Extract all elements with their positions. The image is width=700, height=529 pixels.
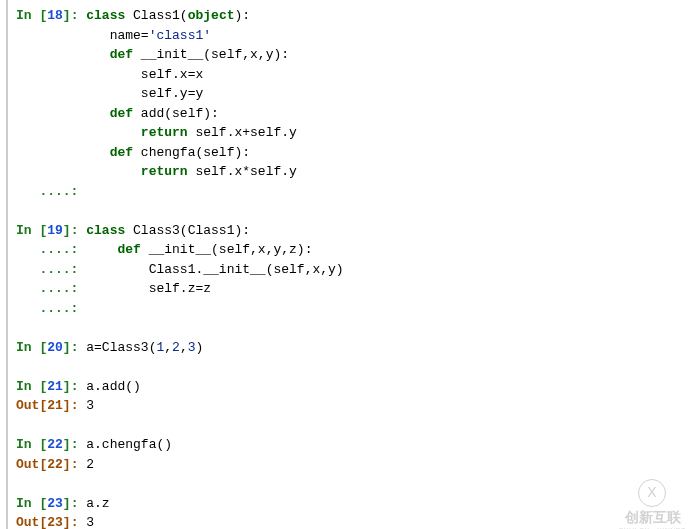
out-prompt: Out[ bbox=[16, 457, 47, 472]
indent bbox=[16, 106, 86, 121]
out-prompt-close: ]: bbox=[63, 398, 86, 413]
code-line: In [22]: a.chengfa() bbox=[16, 435, 700, 455]
code-line: def __init__(self,x,y): bbox=[16, 45, 700, 65]
code-line: return self.x*self.y bbox=[16, 162, 700, 182]
code-line: ....: Class1.__init__(self,x,y) bbox=[16, 260, 700, 280]
in-prompt: In [ bbox=[16, 437, 47, 452]
code-token: class bbox=[86, 223, 125, 238]
in-prompt-close: ]: bbox=[63, 340, 86, 355]
code-token: Class3(Class1): bbox=[125, 223, 250, 238]
in-number: 19 bbox=[47, 223, 63, 238]
in-prompt-close: ]: bbox=[63, 496, 86, 511]
indent bbox=[86, 125, 141, 140]
indent bbox=[86, 106, 109, 121]
code-token: self.z=z bbox=[149, 281, 211, 296]
code-line: ....: bbox=[16, 299, 700, 319]
code-token: add(self): bbox=[133, 106, 219, 121]
indent bbox=[16, 47, 86, 62]
in-prompt-close: ]: bbox=[63, 437, 86, 452]
code-token: return bbox=[141, 125, 188, 140]
indent bbox=[16, 125, 86, 140]
out-prompt-close: ]: bbox=[63, 515, 86, 529]
code-line bbox=[16, 416, 700, 436]
code-token: ): bbox=[234, 8, 250, 23]
blank bbox=[16, 203, 24, 218]
code-line: In [21]: a.add() bbox=[16, 377, 700, 397]
code-token: Class1( bbox=[125, 8, 187, 23]
in-number: 18 bbox=[47, 8, 63, 23]
code-line: ....: bbox=[16, 182, 700, 202]
code-line: In [20]: a=Class3(1,2,3) bbox=[16, 338, 700, 358]
in-prompt-close: ]: bbox=[63, 223, 86, 238]
continuation-prompt: ....: bbox=[16, 301, 86, 316]
code-line: def chengfa(self): bbox=[16, 143, 700, 163]
in-prompt: In [ bbox=[16, 223, 47, 238]
code-line: def add(self): bbox=[16, 104, 700, 124]
in-number: 23 bbox=[47, 496, 63, 511]
code-token: name= bbox=[110, 28, 149, 43]
in-prompt: In [ bbox=[16, 8, 47, 23]
out-prompt: Out[ bbox=[16, 398, 47, 413]
out-value: 3 bbox=[86, 515, 94, 529]
code-token: Class1.__init__(self,x,y) bbox=[149, 262, 344, 277]
code-token: def bbox=[110, 47, 133, 62]
blank bbox=[16, 418, 24, 433]
indent bbox=[16, 28, 86, 43]
code-token: class bbox=[86, 8, 125, 23]
continuation-prompt: ....: bbox=[16, 242, 86, 257]
code-line bbox=[16, 318, 700, 338]
code-token: object bbox=[188, 8, 235, 23]
code-token: 3 bbox=[188, 340, 196, 355]
continuation-prompt: ....: bbox=[16, 262, 86, 277]
code-token: , bbox=[180, 340, 188, 355]
in-prompt: In [ bbox=[16, 340, 47, 355]
indent bbox=[16, 67, 86, 82]
blank bbox=[16, 320, 24, 335]
out-value: 3 bbox=[86, 398, 94, 413]
indent bbox=[86, 164, 141, 179]
code-line: self.y=y bbox=[16, 84, 700, 104]
in-prompt: In [ bbox=[16, 379, 47, 394]
code-line: return self.x+self.y bbox=[16, 123, 700, 143]
in-number: 22 bbox=[47, 437, 63, 452]
out-value: 2 bbox=[86, 457, 94, 472]
code-line: In [19]: class Class3(Class1): bbox=[16, 221, 700, 241]
in-number: 20 bbox=[47, 340, 63, 355]
indent bbox=[86, 281, 148, 296]
code-token: def bbox=[110, 106, 133, 121]
in-number: 21 bbox=[47, 379, 63, 394]
indent bbox=[16, 145, 86, 160]
code-line: Out[22]: 2 bbox=[16, 455, 700, 475]
code-line: self.x=x bbox=[16, 65, 700, 85]
ipython-session: In [18]: class Class1(object): name='cla… bbox=[6, 0, 700, 529]
code-token: a.chengfa() bbox=[86, 437, 172, 452]
code-token: return bbox=[141, 164, 188, 179]
code-token: chengfa(self): bbox=[133, 145, 250, 160]
code-token: def bbox=[110, 145, 133, 160]
code-token: __init__(self,x,y,z): bbox=[141, 242, 313, 257]
code-token: ) bbox=[196, 340, 204, 355]
code-token: self.y=y bbox=[141, 86, 203, 101]
in-prompt-close: ]: bbox=[63, 8, 86, 23]
code-token: a=Class3( bbox=[86, 340, 156, 355]
indent bbox=[86, 28, 109, 43]
out-prompt: Out[ bbox=[16, 515, 47, 529]
code-line bbox=[16, 357, 700, 377]
in-prompt-close: ]: bbox=[63, 379, 86, 394]
code-line bbox=[16, 474, 700, 494]
in-prompt: In [ bbox=[16, 496, 47, 511]
out-number: 23 bbox=[47, 515, 63, 529]
code-line: ....: def __init__(self,x,y,z): bbox=[16, 240, 700, 260]
continuation-prompt: ....: bbox=[16, 184, 86, 199]
indent bbox=[86, 86, 141, 101]
out-number: 22 bbox=[47, 457, 63, 472]
code-token: def bbox=[117, 242, 140, 257]
indent bbox=[86, 47, 109, 62]
code-token: self.x=x bbox=[141, 67, 203, 82]
blank bbox=[16, 359, 24, 374]
blank bbox=[16, 476, 24, 491]
indent bbox=[16, 86, 86, 101]
out-number: 21 bbox=[47, 398, 63, 413]
code-line: name='class1' bbox=[16, 26, 700, 46]
code-line: In [23]: a.z bbox=[16, 494, 700, 514]
